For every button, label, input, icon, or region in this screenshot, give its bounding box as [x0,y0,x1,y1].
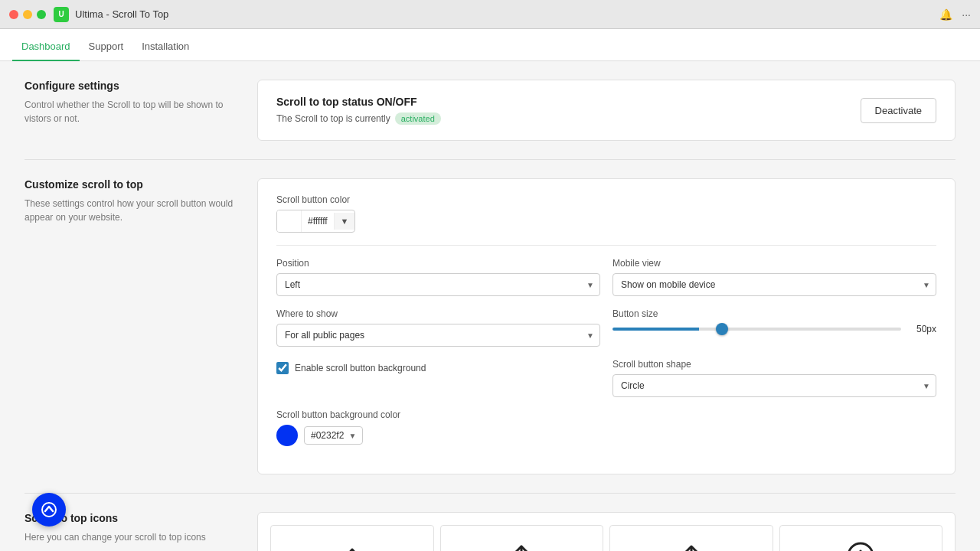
enable-bg-label: Enable scroll button background [295,363,426,373]
position-field: Position Left Right Center ▼ [276,258,600,296]
status-info: Scroll to top status ON/OFF The Scroll t… [276,96,441,125]
customize-desc: These settings control how your scroll b… [24,197,239,224]
checkbox-shape-row: Enable scroll button background Scroll b… [276,359,936,397]
slider-value-text: 50px [909,324,936,334]
bg-color-value-display[interactable]: #0232f2 ▼ [304,426,363,445]
bg-color-dropdown-arrow[interactable]: ▼ [348,432,356,440]
scroll-shape-field: Scroll button shape Circle Square Rounde… [612,359,936,397]
color-swatch-white [277,210,302,232]
app-title-text: Ultima - Scroll To Top [75,8,168,20]
where-show-select-wrapper: For all public pages For specific pages … [276,324,600,347]
notification-icon[interactable]: 🔔 [939,8,952,21]
box-upload-icon [675,539,708,551]
scroll-shape-label: Scroll button shape [612,359,936,370]
titlebar-actions: 🔔 ··· [939,8,971,21]
titlebar: U Ultima - Scroll To Top 🔔 ··· [0,0,980,29]
button-size-label: Button size [612,308,936,319]
bg-color-hex: #0232f2 [311,430,344,441]
tab-support[interactable]: Support [80,33,133,61]
color-picker-row: #ffffff ▼ [276,210,936,233]
bg-color-row: #0232f2 ▼ [276,425,936,446]
configure-desc: Control whether the Scroll to top will b… [24,98,239,126]
mobile-view-label: Mobile view [612,258,936,269]
configure-section-right: Scroll to top status ON/OFF The Scroll t… [257,80,956,141]
mobile-view-select[interactable]: Show on mobile device Hide on mobile dev… [612,273,936,296]
maximize-button[interactable] [37,10,46,19]
button-size-field: Button size 50px [612,308,936,347]
icon-item-box-upload[interactable] [609,525,773,551]
slider-row: 50px [612,324,936,334]
scroll-shape-select[interactable]: Circle Square Rounded Square [612,374,936,397]
icon-item-chevron-up[interactable] [270,525,434,551]
minimize-button[interactable] [23,10,32,19]
icons-desc: Here you can change your scroll to top i… [24,530,239,544]
where-show-size-row: Where to show For all public pages For s… [276,308,936,347]
where-show-field: Where to show For all public pages For s… [276,308,600,347]
customize-title: Customize scroll to top [24,178,239,191]
color-hex-text: #ffffff [302,212,334,230]
activated-badge: activated [395,112,441,125]
close-button[interactable] [9,10,18,19]
scroll-color-field: Scroll button color #ffffff ▼ [276,194,936,233]
status-desc: The Scroll to top is currently activated [276,112,441,125]
traffic-lights [9,10,46,19]
position-select-wrapper: Left Right Center ▼ [276,273,600,296]
status-desc-prefix: The Scroll to top is currently [276,113,390,124]
app-title: U Ultima - Scroll To Top [54,7,168,22]
color-value-display[interactable]: #ffffff ▼ [276,210,355,233]
app-icon: U [54,7,69,22]
bg-color-label: Scroll button background color [276,409,936,420]
fab-icon [41,501,57,518]
fab-scroll-to-top[interactable] [32,493,66,527]
customize-section-left: Customize scroll to top These settings c… [24,178,239,474]
enable-bg-checkbox-row: Enable scroll button background [276,362,600,374]
button-size-slider[interactable] [612,328,901,331]
enable-bg-field: Enable scroll button background [276,359,600,374]
scroll-color-label: Scroll button color [276,194,936,205]
more-icon[interactable]: ··· [962,8,971,21]
deactivate-button[interactable]: Deactivate [861,98,936,123]
configure-title: Configure settings [24,80,239,92]
where-show-select[interactable]: For all public pages For specific pages [276,324,600,347]
mobile-view-field: Mobile view Show on mobile device Hide o… [612,258,936,296]
icons-section: Scroll to top icons Here you can change … [24,512,956,551]
customize-section: Customize scroll to top These settings c… [24,178,956,494]
status-title: Scroll to top status ON/OFF [276,96,441,108]
configure-section-left: Configure settings Control whether the S… [24,80,239,141]
icon-item-circle-chevron[interactable] [779,525,943,551]
main-content: Configure settings Control whether the S… [0,61,980,551]
nav-bar: Dashboard Support Installation [0,29,980,61]
position-mobile-row: Position Left Right Center ▼ Mobile view [276,258,936,296]
svg-point-13 [42,503,56,517]
status-card: Scroll to top status ON/OFF The Scroll t… [276,96,936,125]
position-label: Position [276,258,600,269]
bg-color-swatch [276,425,298,446]
icons-grid [270,525,942,551]
where-show-label: Where to show [276,308,600,319]
icons-section-right [257,512,956,551]
tab-dashboard[interactable]: Dashboard [12,33,80,61]
upload-icon [505,539,538,551]
icon-item-upload[interactable] [440,525,604,551]
enable-bg-checkbox[interactable] [276,362,289,374]
mobile-view-select-wrapper: Show on mobile device Hide on mobile dev… [612,273,936,296]
circle-chevron-icon [844,539,877,551]
tab-installation[interactable]: Installation [132,33,198,61]
customize-section-right: Scroll button color #ffffff ▼ Position [257,178,956,474]
color-dropdown-arrow[interactable]: ▼ [334,213,355,230]
bg-color-field: Scroll button background color #0232f2 ▼ [276,409,936,446]
chevron-up-icon [335,539,369,551]
scroll-shape-select-wrapper: Circle Square Rounded Square ▼ [612,374,936,397]
configure-section: Configure settings Control whether the S… [24,80,956,160]
position-select[interactable]: Left Right Center [276,273,600,296]
divider-1 [276,245,936,246]
